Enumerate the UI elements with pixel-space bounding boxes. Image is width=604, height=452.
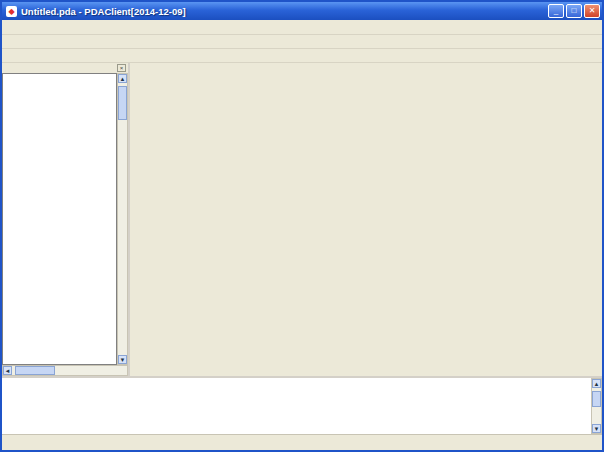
main-area: × ▲ ▼ ◄: [2, 63, 602, 376]
tree-vertical-scrollbar[interactable]: ▲ ▼: [117, 73, 128, 365]
tree-panel-header: ×: [2, 63, 128, 73]
table-scroll-thumb[interactable]: [592, 391, 601, 407]
window-title: Untitled.pda - PDAClient[2014-12-09]: [21, 6, 546, 17]
toolbar-main: [2, 35, 602, 49]
title-bar: ◆ Untitled.pda - PDAClient[2014-12-09] _…: [2, 2, 602, 20]
scroll-down-icon[interactable]: ▼: [592, 424, 601, 433]
statistics-table: [2, 378, 591, 434]
tree-scroll-thumb[interactable]: [118, 86, 127, 120]
signal-tree-panel: × ▲ ▼ ◄: [2, 63, 130, 376]
scroll-up-icon[interactable]: ▲: [118, 74, 127, 83]
scroll-up-icon[interactable]: ▲: [592, 379, 601, 388]
scroll-down-icon[interactable]: ▼: [118, 355, 127, 364]
bottom-tab-bar: [2, 434, 602, 450]
statistics-panel: ▲ ▼: [2, 376, 602, 434]
close-button[interactable]: ✕: [584, 4, 600, 18]
signal-tree: [2, 73, 117, 365]
tree-horizontal-scrollbar[interactable]: ◄: [2, 365, 128, 376]
tree-close-icon[interactable]: ×: [117, 64, 126, 72]
menu-bar: [2, 20, 602, 35]
app-icon: ◆: [6, 6, 17, 17]
table-vertical-scrollbar[interactable]: ▲ ▼: [591, 378, 602, 434]
scroll-left-icon[interactable]: ◄: [3, 366, 12, 375]
maximize-button[interactable]: □: [566, 4, 582, 18]
toolbar-cursor: [2, 49, 602, 63]
app-window: ◆ Untitled.pda - PDAClient[2014-12-09] _…: [0, 0, 604, 452]
tree-hscroll-thumb[interactable]: [15, 366, 55, 375]
charts-panel: [130, 63, 602, 376]
time-axis: [130, 64, 602, 78]
minimize-button[interactable]: _: [548, 4, 564, 18]
